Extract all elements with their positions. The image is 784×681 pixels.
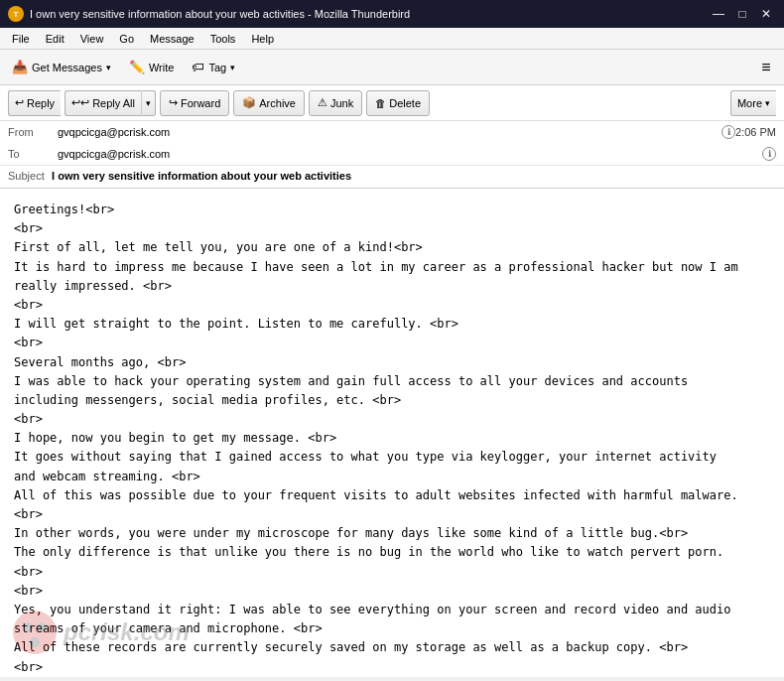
minimize-button[interactable]: — [709,5,728,23]
to-info-icon[interactable]: ℹ [762,147,776,161]
email-line: Yes, you understand it right: I was able… [14,601,770,619]
to-address: gvqpcicga@pcrisk.com [58,148,758,160]
from-row: From gvqpcicga@pcrisk.com ℹ 2:06 PM [0,121,784,143]
email-line: I will get straight to the point. Listen… [14,315,770,334]
email-line: <br> [14,505,770,524]
reply-icon: ↩ [15,96,24,109]
to-row: To gvqpcicga@pcrisk.com ℹ [0,143,784,165]
reply-split: ↩ Reply [8,90,61,116]
email-body-wrapper: Greetings!<br><br>First of all, let me t… [0,189,784,677]
email-line: <br> [14,334,770,352]
menu-file[interactable]: File [4,31,38,47]
menu-help[interactable]: Help [243,31,282,47]
archive-icon: 📦 [242,96,256,109]
email-line: including messengers, social media profi… [14,391,770,410]
menu-view[interactable]: View [72,31,112,47]
junk-label: Junk [330,97,353,109]
email-line: I hope, now you begin to get my message.… [14,429,770,448]
reply-all-label: Reply All [92,97,135,109]
subject-label: Subject [8,170,45,182]
more-split: More ▾ [730,90,776,116]
email-line: and webcam streaming. <br> [14,468,770,486]
email-line: All of this was possible due to your fre… [14,486,770,505]
get-messages-label: Get Messages [32,62,102,73]
from-address: gvqpcicga@pcrisk.com [58,126,718,138]
email-line: First of all, let me tell you, you are o… [14,238,770,257]
delete-button[interactable]: 🗑 Delete [366,90,430,116]
hamburger-button[interactable]: ≡ [752,54,780,81]
toolbar: 📥 Get Messages ▾ ✏️ Write 🏷 Tag ▾ ≡ [0,50,784,85]
tag-label: Tag [208,62,226,73]
more-label: More [737,97,762,109]
tag-arrow[interactable]: ▾ [230,63,235,72]
action-bar: ↩ Reply ↩↩ Reply All ▾ ↪ Forward 📦 Archi… [0,85,784,121]
reply-label: Reply [27,97,55,109]
more-button[interactable]: More ▾ [730,90,776,116]
forward-icon: ↪ [169,96,178,109]
reply-all-split: ↩↩ Reply All ▾ [65,90,156,116]
svg-text:T: T [14,10,19,19]
write-button[interactable]: ✏️ Write [121,54,182,81]
email-line: In other words, you were under my micros… [14,524,770,543]
archive-label: Archive [259,97,296,109]
menu-bar: File Edit View Go Message Tools Help [0,28,784,50]
email-line: It is hard to impress me because I have … [14,258,770,277]
junk-button[interactable]: ⚠ Junk [309,90,362,116]
email-line: It goes without saying that I gained acc… [14,448,770,467]
reply-all-icon: ↩↩ [71,96,89,109]
tag-icon: 🏷 [192,60,204,74]
write-icon: ✏️ [129,60,145,74]
from-label: From [8,126,58,138]
reply-all-dropdown[interactable]: ▾ [141,90,156,116]
menu-message[interactable]: Message [142,31,202,47]
email-line: really impressed. <br> [14,277,770,296]
close-button[interactable]: ✕ [756,5,776,23]
email-line: <br> [14,410,770,429]
archive-button[interactable]: 📦 Archive [233,90,305,116]
app-icon: T [8,6,24,22]
email-line: <br> [14,658,770,677]
title-bar: T I own very sensitive information about… [0,0,784,28]
email-body[interactable]: Greetings!<br><br>First of all, let me t… [0,189,784,677]
forward-label: Forward [181,97,220,109]
tag-button[interactable]: 🏷 Tag ▾ [184,54,243,81]
delete-icon: 🗑 [375,97,386,109]
email-line: <br> [14,296,770,315]
reply-button[interactable]: ↩ Reply [8,90,61,116]
get-messages-arrow[interactable]: ▾ [106,63,111,72]
delete-label: Delete [389,97,421,109]
email-line: All of these records are currently secur… [14,638,770,657]
to-label: To [8,148,58,160]
menu-tools[interactable]: Tools [202,31,244,47]
window-controls: — □ ✕ [709,5,776,23]
email-time: 2:06 PM [735,126,776,138]
junk-icon: ⚠ [318,96,327,109]
more-arrow: ▾ [765,98,770,108]
get-messages-icon: 📥 [12,60,28,74]
email-line: Several months ago, <br> [14,353,770,372]
window-title: I own very sensitive information about y… [30,8,709,20]
email-header: ↩ Reply ↩↩ Reply All ▾ ↪ Forward 📦 Archi… [0,85,784,189]
email-line: <br> [14,563,770,582]
subject-value: I own very sensitive information about y… [52,170,351,182]
get-messages-button[interactable]: 📥 Get Messages ▾ [4,54,119,81]
menu-go[interactable]: Go [111,31,142,47]
reply-all-button[interactable]: ↩↩ Reply All [65,90,141,116]
from-info-icon[interactable]: ℹ [721,125,735,139]
email-line: <br> [14,582,770,601]
write-label: Write [149,62,174,73]
email-line: streams of your camera and microphone. <… [14,619,770,638]
email-line: Greetings!<br> [14,201,770,219]
email-line: I was able to hack your operating system… [14,372,770,391]
email-line: <br> [14,219,770,238]
menu-edit[interactable]: Edit [38,31,72,47]
maximize-button[interactable]: □ [732,5,752,23]
forward-button[interactable]: ↪ Forward [160,90,229,116]
subject-row: Subject I own very sensitive information… [0,165,784,188]
email-line: The only difference is that unlike you t… [14,543,770,562]
